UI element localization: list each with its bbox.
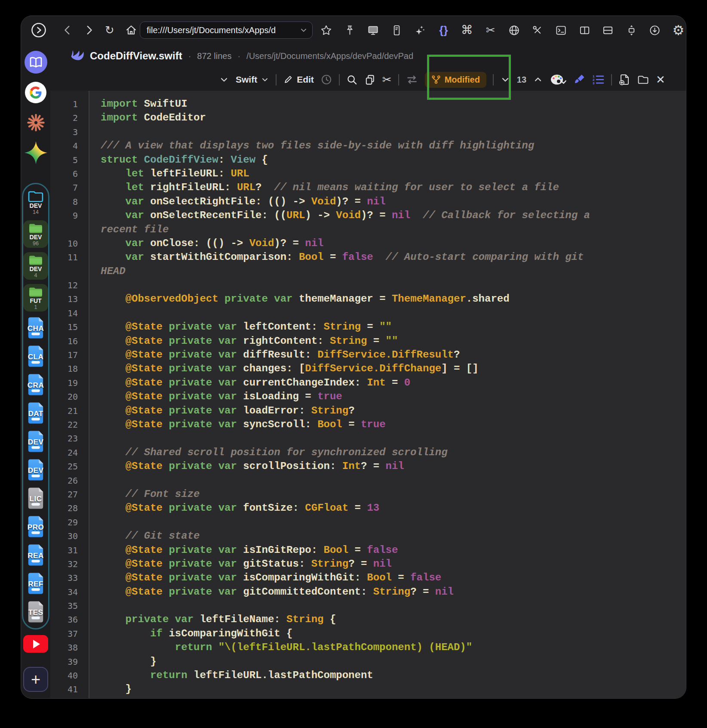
code-line: 37 if isComparingWithGit {: [50, 627, 686, 641]
code-text: @State private var scrollPosition: Int? …: [89, 460, 404, 473]
code-text: [89, 306, 101, 320]
line-number: 7: [50, 181, 89, 194]
books-app-icon[interactable]: [25, 51, 47, 74]
code-text: if isComparingWithGit {: [89, 627, 292, 641]
sidebar-folder-dev-14[interactable]: DEV14: [23, 188, 48, 216]
tools-icon[interactable]: [532, 25, 543, 36]
shortcuts-scissors-icon[interactable]: ✂: [485, 25, 496, 36]
sidebar-document-cla[interactable]: CLA: [24, 344, 47, 368]
language-selector[interactable]: Swift: [236, 74, 269, 85]
sidebar-folder-dev-4[interactable]: DEV4: [23, 252, 48, 280]
line-number: 31: [50, 543, 89, 557]
theme-palette-icon[interactable]: [550, 73, 567, 86]
code-text: }: [89, 655, 157, 669]
sidebar-document-lic[interactable]: LIC: [24, 486, 47, 510]
collapse-chevron-icon[interactable]: [219, 74, 229, 85]
claude-app-icon[interactable]: [25, 111, 47, 134]
sidebar-toggle-icon[interactable]: [27, 16, 50, 44]
folder-label: DEV: [30, 234, 42, 241]
divider: [276, 74, 277, 86]
globe-icon[interactable]: [508, 25, 520, 36]
command-icon[interactable]: ⌘: [461, 25, 473, 36]
code-line: 8 var onSelectRightFile: (() -> Void)? =…: [50, 195, 686, 209]
compare-arrows-icon[interactable]: [406, 73, 418, 86]
sidebar-folder-fut-1[interactable]: FUT1: [23, 284, 48, 312]
line-number: 32: [50, 557, 89, 571]
format-brush-icon[interactable]: [573, 74, 585, 86]
folder-label: DEV: [30, 266, 42, 272]
folder-button[interactable]: [637, 74, 649, 86]
code-line: 10 var onClose: (() -> Void)? = nil: [50, 237, 686, 250]
sidebar-document-tes[interactable]: TES: [24, 600, 47, 624]
code-text: /// A view that displays two files side-…: [89, 139, 534, 153]
next-change-button[interactable]: [533, 74, 543, 85]
annotation-highlight-box: [427, 55, 511, 100]
forward-button[interactable]: [80, 16, 98, 44]
folder-count: 4: [34, 272, 37, 278]
split-horizontal-icon[interactable]: [602, 25, 614, 36]
search-button[interactable]: [346, 74, 358, 86]
reader-view-icon[interactable]: [391, 25, 403, 36]
youtube-app-icon[interactable]: [23, 635, 48, 653]
code-lines: 1import SwiftUI2import CodeEditor34/// A…: [50, 91, 686, 698]
code-line: HEAD: [50, 265, 686, 278]
line-numbers-list-icon[interactable]: 123: [592, 74, 605, 86]
settings-icon[interactable]: ⚙: [673, 25, 684, 36]
sidebar-document-dat[interactable]: DAT: [24, 401, 47, 425]
window-height-icon[interactable]: [626, 25, 637, 36]
line-number: 8: [50, 195, 89, 209]
document-label: DEV: [28, 438, 43, 447]
sidebar-document-rea[interactable]: REA: [24, 543, 47, 567]
terminal-icon[interactable]: [555, 25, 567, 36]
line-number: 12: [50, 278, 89, 292]
url-dropdown-icon[interactable]: [299, 26, 308, 34]
separator-dot: ·: [237, 51, 240, 61]
downloads-icon[interactable]: [649, 25, 661, 36]
code-text: @State private var changes: [DiffService…: [89, 362, 479, 376]
edit-button[interactable]: Edit: [283, 74, 314, 85]
gemini-app-icon[interactable]: [25, 141, 47, 164]
history-button[interactable]: [320, 74, 332, 86]
line-number: 33: [50, 571, 89, 585]
back-button[interactable]: [59, 16, 76, 44]
ai-sparkles-icon[interactable]: [414, 25, 426, 36]
line-number: 30: [50, 529, 89, 543]
document-label: CRA: [28, 381, 44, 390]
close-button[interactable]: ✕: [656, 74, 665, 85]
reload-button[interactable]: ↻: [101, 16, 118, 44]
sidebar-document-cra[interactable]: CRA: [24, 373, 47, 397]
code-line: 28 @State private var fontSize: CGFloat …: [50, 501, 686, 515]
new-file-button[interactable]: [618, 74, 630, 86]
sidebar-document-cha[interactable]: CHA: [24, 316, 47, 340]
home-button[interactable]: [122, 16, 141, 44]
code-editor[interactable]: 1import SwiftUI2import CodeEditor34/// A…: [50, 91, 686, 698]
star-icon[interactable]: [320, 25, 332, 36]
line-count: 872 lines: [197, 51, 231, 61]
split-vertical-icon[interactable]: [579, 25, 590, 36]
sidebar-folder-dev-96[interactable]: DEV96: [23, 220, 48, 248]
cut-scissors-icon[interactable]: ✂: [382, 74, 392, 85]
code-line: 27 // Font size: [50, 487, 686, 501]
sidebar-document-dev[interactable]: DEV: [24, 429, 47, 453]
dev-braces-icon[interactable]: {}: [438, 25, 449, 36]
copy-button[interactable]: [364, 74, 376, 86]
separator-dot: ·: [188, 51, 191, 61]
line-number: 27: [50, 487, 89, 501]
code-line: 32 @State private var gitStatus: String?…: [50, 557, 686, 571]
play-icon: [33, 640, 40, 648]
document-label: PRO: [28, 523, 44, 532]
line-number: 9: [50, 209, 89, 222]
sidebar-document-pro[interactable]: PRO: [24, 515, 47, 539]
sidebar-document-dev[interactable]: DEV: [24, 458, 47, 482]
add-button[interactable]: +: [23, 667, 48, 692]
code-text: [89, 599, 101, 613]
line-number: 3: [50, 125, 89, 139]
pin-icon[interactable]: [344, 25, 356, 36]
sidebar-document-ref[interactable]: REF: [24, 571, 47, 595]
code-line: 29: [50, 515, 686, 529]
screen-share-icon[interactable]: [367, 25, 379, 36]
address-bar[interactable]: file:///Users/jt/Documents/xApps/d: [140, 22, 313, 39]
code-line: 7 let rightFileURL: URL? // nil means wa…: [50, 181, 686, 194]
google-app-icon[interactable]: [25, 81, 47, 104]
line-number: 39: [50, 655, 89, 669]
